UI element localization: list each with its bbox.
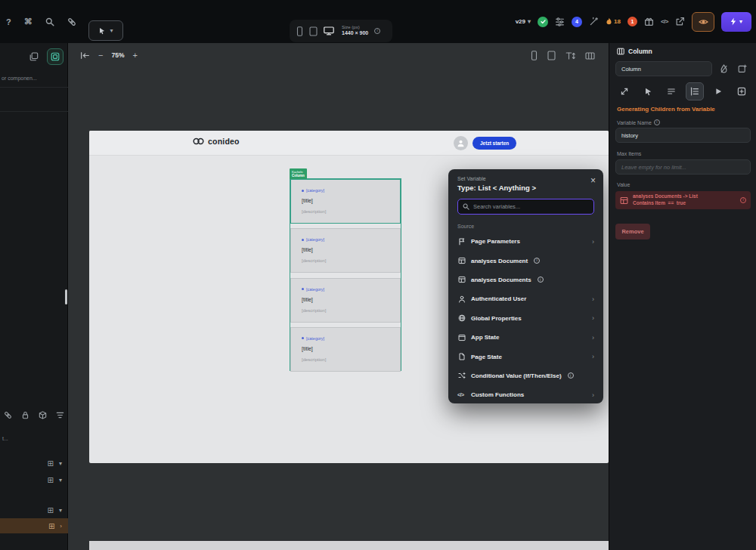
variable-search[interactable] xyxy=(457,199,594,215)
tab-actions[interactable] xyxy=(709,82,727,100)
share-export-icon[interactable] xyxy=(675,17,685,26)
variable-name-input[interactable] xyxy=(615,128,751,143)
source-item-authenticated-user[interactable]: Authenticated User › xyxy=(457,289,594,308)
settings-tabs xyxy=(615,82,751,100)
remove-button[interactable]: Remove xyxy=(615,224,650,239)
info-icon[interactable]: i xyxy=(654,119,660,125)
info-icon[interactable]: i xyxy=(534,258,540,264)
value-expression[interactable]: analyses Documents -> List Contains Item… xyxy=(615,191,751,209)
magic-wand-icon[interactable] xyxy=(589,17,599,26)
search-icon[interactable] xyxy=(45,17,54,26)
chevron-down-icon: ▾ xyxy=(528,18,531,25)
source-item-app-state[interactable]: App State › xyxy=(457,328,594,347)
source-item-custom-functions[interactable]: </> Custom Functions › xyxy=(457,385,594,403)
link-icon[interactable] xyxy=(67,17,76,26)
card-category-row: [category] xyxy=(302,336,394,341)
right-panel: Column Generating Children from Variabl xyxy=(609,43,756,550)
filter-list-icon[interactable] xyxy=(56,411,64,419)
source-item-label: Page State xyxy=(471,354,502,360)
chevron-right-icon[interactable]: › xyxy=(60,523,62,530)
component-search-hint[interactable]: or componen... xyxy=(2,76,37,81)
tab-layout[interactable] xyxy=(615,82,634,100)
chevron-down-icon[interactable]: ▾ xyxy=(59,477,62,484)
source-item-label: App State xyxy=(471,334,499,341)
zoom-in-button[interactable]: + xyxy=(132,51,137,60)
lock-icon[interactable] xyxy=(21,411,29,419)
command-icon[interactable]: ⌘ xyxy=(24,17,33,26)
element-name-input[interactable] xyxy=(615,61,712,76)
size-info-icon[interactable]: i xyxy=(374,28,380,34)
collaborators-badge[interactable]: 4 xyxy=(572,17,582,27)
tab-repeat-selected[interactable] xyxy=(686,82,704,100)
source-item-label: Page Parameters xyxy=(471,238,520,245)
sidebar-scrollbar[interactable] xyxy=(65,289,67,304)
card[interactable]: [category] [title] [description] xyxy=(290,228,401,273)
code-function-icon: </> xyxy=(457,392,466,397)
tablet-preview-icon[interactable] xyxy=(547,51,556,60)
tab-events[interactable] xyxy=(639,82,657,100)
info-icon[interactable]: i xyxy=(568,372,574,379)
source-item-label: Global Properties xyxy=(471,315,522,322)
avatar[interactable] xyxy=(454,136,468,150)
tab-add-child[interactable] xyxy=(733,82,751,100)
chevron-down-icon[interactable]: ▾ xyxy=(59,460,62,467)
variable-name-label: Variable Name i xyxy=(617,119,660,125)
expression-text: analyses Documents -> List Contains Item… xyxy=(633,193,698,207)
layout-grid-icon[interactable] xyxy=(585,51,595,60)
chain-icon[interactable] xyxy=(4,411,12,419)
layer-row[interactable]: ⊞ ▾ xyxy=(0,502,68,518)
style-droplet-button[interactable] xyxy=(716,61,731,76)
preview-eye-button[interactable] xyxy=(692,12,714,32)
chevron-right-icon: › xyxy=(592,391,594,399)
source-item-analyses-document[interactable]: analyses Document i xyxy=(457,251,594,270)
tokens-counter[interactable]: 18 xyxy=(606,17,621,26)
approved-check-icon[interactable] xyxy=(538,17,548,27)
card[interactable]: [category] [title] [description] xyxy=(290,179,401,224)
info-icon[interactable]: i xyxy=(538,277,544,283)
source-item-page-parameters[interactable]: Page Parameters › xyxy=(457,232,594,251)
zoom-level[interactable]: 75% xyxy=(111,51,124,59)
document-icon xyxy=(457,353,466,360)
card[interactable]: [category] [title] [description] xyxy=(290,327,401,372)
source-item-analyses-documents[interactable]: analyses Documents i xyxy=(457,270,594,289)
layer-row[interactable]: ⊞ ▾ xyxy=(0,472,68,487)
create-component-button[interactable] xyxy=(735,61,750,76)
cards-column[interactable]: [category] [title] [description] [catego… xyxy=(290,178,401,371)
selected-layer-row[interactable]: ⊞ › xyxy=(0,518,68,533)
flag-icon xyxy=(457,238,466,246)
canvas[interactable]: − 75% + conideo Jetzt xyxy=(68,43,609,550)
close-icon[interactable]: × xyxy=(590,176,596,185)
help-icon[interactable]: ? xyxy=(6,17,11,26)
addons-gift-icon[interactable] xyxy=(644,17,654,26)
text-scale-icon[interactable] xyxy=(565,51,575,60)
expression-warning-icon[interactable]: i xyxy=(740,197,746,203)
layer-row[interactable]: ⊞ ▾ xyxy=(0,456,68,471)
chevron-down-icon[interactable]: ▾ xyxy=(59,507,62,514)
error-badge[interactable]: 1 xyxy=(627,17,637,26)
cube-icon[interactable] xyxy=(39,411,47,419)
insert-panel-button[interactable] xyxy=(47,48,64,65)
cta-button[interactable]: Jetzt starten xyxy=(472,137,516,150)
max-items-input[interactable] xyxy=(615,159,751,175)
source-item-page-state[interactable]: Page State › xyxy=(457,347,594,366)
tablet-icon[interactable] xyxy=(309,26,318,36)
zoom-out-button[interactable]: − xyxy=(98,51,103,60)
publish-split-button[interactable]: ▾ xyxy=(721,12,751,32)
mobile-preview-icon[interactable] xyxy=(531,51,538,60)
collapse-panel-icon[interactable] xyxy=(80,51,90,60)
version-dropdown[interactable]: v29 ▾ xyxy=(516,18,531,25)
source-item-conditional-value[interactable]: Conditional Value (If/Then/Else) i xyxy=(457,366,594,385)
layer-toolbar xyxy=(0,411,68,419)
tab-content[interactable] xyxy=(662,82,680,100)
component-icon: ⊞ xyxy=(48,459,54,468)
code-icon[interactable]: </> xyxy=(661,18,668,25)
phone-icon[interactable] xyxy=(296,26,303,36)
settings-sliders-icon[interactable] xyxy=(555,17,565,26)
card[interactable]: [category] [title] [description] xyxy=(290,278,401,323)
source-item-global-properties[interactable]: Global Properties › xyxy=(457,309,594,328)
monitor-icon[interactable] xyxy=(324,26,334,36)
edit-mode-dropdown[interactable]: ▾ xyxy=(88,20,123,41)
variable-search-input[interactable] xyxy=(473,203,589,210)
brand-logo-icon xyxy=(193,138,204,145)
pages-icon-button[interactable] xyxy=(26,48,42,65)
